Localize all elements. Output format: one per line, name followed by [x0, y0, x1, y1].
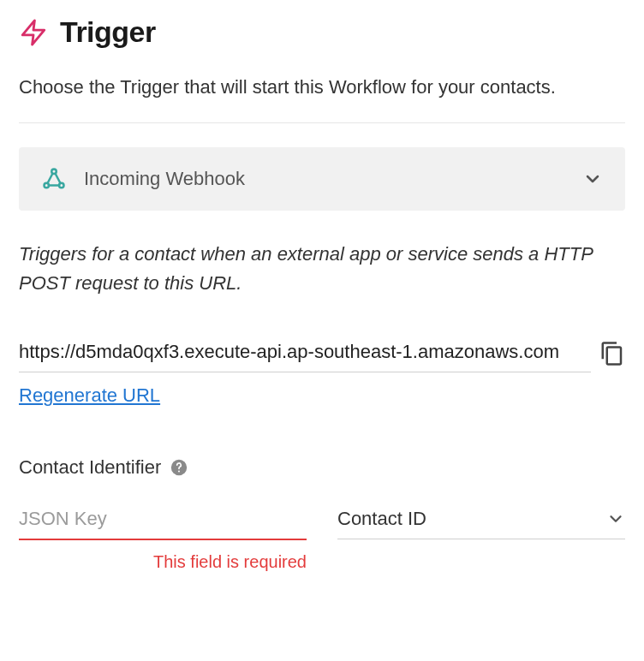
svg-point-5 — [178, 471, 180, 473]
svg-marker-0 — [22, 20, 45, 44]
copy-icon[interactable] — [599, 341, 625, 366]
trigger-selector[interactable]: Incoming Webhook — [19, 147, 625, 211]
trigger-description: Triggers for a contact when an external … — [19, 240, 625, 298]
contact-id-col: Contact ID — [337, 503, 625, 572]
lightning-icon — [19, 18, 48, 47]
validation-message: This field is required — [19, 552, 307, 572]
identifier-fields-row: This field is required Contact ID — [19, 503, 625, 572]
chevron-down-icon — [606, 509, 625, 528]
header-row: Trigger — [19, 15, 625, 49]
webhook-icon — [41, 166, 67, 192]
contact-id-dropdown[interactable]: Contact ID — [337, 503, 625, 539]
chevron-down-icon — [582, 169, 603, 189]
webhook-url-input[interactable] — [19, 334, 591, 372]
contact-id-dropdown-label: Contact ID — [337, 508, 426, 530]
help-icon[interactable] — [170, 458, 188, 477]
regenerate-url-link[interactable]: Regenerate URL — [19, 384, 160, 407]
url-row — [19, 334, 625, 372]
contact-identifier-label: Contact Identifier — [19, 456, 161, 479]
json-key-input[interactable] — [19, 503, 307, 540]
page-title: Trigger — [60, 15, 156, 49]
contact-identifier-label-row: Contact Identifier — [19, 456, 625, 479]
trigger-selector-label: Incoming Webhook — [84, 168, 565, 190]
json-key-col: This field is required — [19, 503, 307, 572]
intro-text: Choose the Trigger that will start this … — [19, 73, 625, 123]
